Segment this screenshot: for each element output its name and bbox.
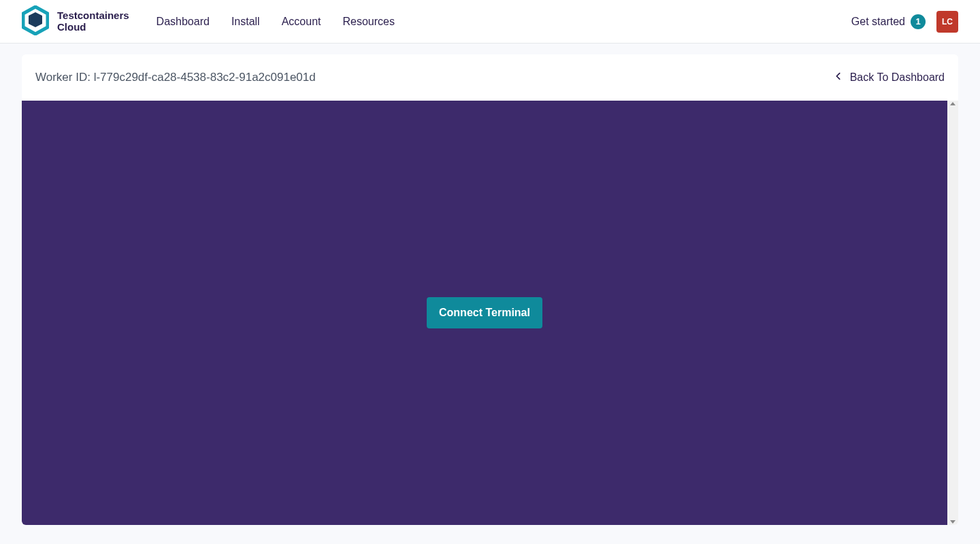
- scroll-down-icon[interactable]: [950, 520, 956, 524]
- nav-account[interactable]: Account: [282, 16, 321, 28]
- back-label: Back To Dashboard: [850, 71, 945, 84]
- nav-resources[interactable]: Resources: [342, 16, 394, 28]
- content: Worker ID: l-779c29df-ca28-4538-83c2-91a…: [0, 44, 980, 536]
- scroll-up-icon[interactable]: [950, 102, 956, 105]
- get-started-badge: 1: [911, 14, 926, 29]
- hexagon-icon: [22, 5, 49, 38]
- back-to-dashboard-link[interactable]: Back To Dashboard: [834, 71, 945, 84]
- connect-terminal-button[interactable]: Connect Terminal: [427, 297, 542, 328]
- svg-marker-1: [29, 12, 42, 27]
- logo-text: Testcontainers Cloud: [57, 10, 129, 33]
- logo[interactable]: Testcontainers Cloud: [22, 5, 129, 38]
- panel-header: Worker ID: l-779c29df-ca28-4538-83c2-91a…: [22, 54, 958, 101]
- logo-line1: Testcontainers: [57, 10, 129, 22]
- worker-panel: Worker ID: l-779c29df-ca28-4538-83c2-91a…: [22, 54, 958, 525]
- chevron-left-icon: [834, 71, 843, 84]
- get-started-link[interactable]: Get started 1: [851, 14, 926, 29]
- avatar[interactable]: LC: [936, 11, 958, 33]
- scrollbar[interactable]: [947, 101, 958, 525]
- logo-line2: Cloud: [57, 22, 129, 33]
- get-started-label: Get started: [851, 16, 905, 28]
- header-left: Testcontainers Cloud Dashboard Install A…: [22, 5, 395, 38]
- main-nav: Dashboard Install Account Resources: [157, 16, 395, 28]
- worker-id-label: Worker ID: l-779c29df-ca28-4538-83c2-91a…: [35, 71, 316, 84]
- app-header: Testcontainers Cloud Dashboard Install A…: [0, 0, 980, 44]
- nav-dashboard[interactable]: Dashboard: [157, 16, 210, 28]
- avatar-initials: LC: [942, 17, 953, 27]
- terminal-area: Connect Terminal: [22, 101, 947, 525]
- terminal-wrapper: Connect Terminal: [22, 101, 958, 525]
- header-right: Get started 1 LC: [851, 11, 958, 33]
- nav-install[interactable]: Install: [231, 16, 260, 28]
